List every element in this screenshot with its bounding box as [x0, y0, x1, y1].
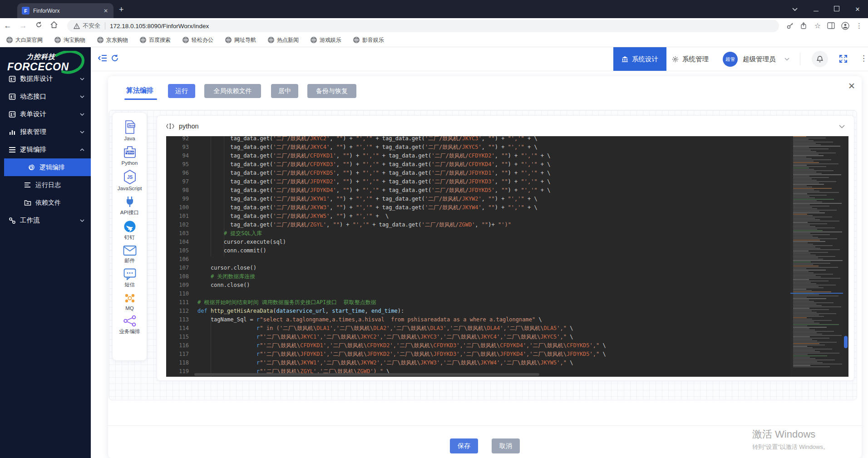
line-number: 101: [166, 212, 197, 221]
bookmark-item[interactable]: 大白菜官网: [6, 36, 43, 44]
modal-close-icon[interactable]: ✕: [848, 81, 855, 91]
code-line: 113 tagName_Sql = r"select a.taglongname…: [166, 315, 790, 324]
sidebar-item-表单设计[interactable]: 表单设计: [0, 105, 91, 123]
bookmark-item[interactable]: 轻松办公: [182, 36, 213, 44]
action-button-全局依赖文件[interactable]: 全局依赖文件: [204, 84, 261, 98]
bookmark-item[interactable]: 影音娱乐: [353, 36, 384, 44]
new-tab-button[interactable]: +: [119, 5, 124, 14]
palette-item-MQ[interactable]: MQ: [113, 292, 147, 311]
app-body: 力控科技 FORCECON 数据库设计动态接口表单设计报表管理逻辑编排逻辑编排运…: [0, 47, 868, 458]
bookmark-item[interactable]: 京东购物: [97, 36, 128, 44]
sidebar-item-动态接口[interactable]: 动态接口: [0, 88, 91, 105]
sidebar-subitem-逻辑编排[interactable]: 逻辑编排: [4, 158, 91, 176]
line-number: 113: [166, 315, 197, 324]
maximize-button[interactable]: [826, 6, 847, 13]
nav-system-design[interactable]: 系统设计: [613, 47, 666, 71]
palette-item-钉钉[interactable]: 钉钉: [113, 220, 147, 241]
palette-item-短信[interactable]: 短信: [113, 268, 147, 288]
tab-search-icon[interactable]: [784, 6, 805, 13]
user-chevron-down-icon[interactable]: [784, 57, 789, 62]
sidebar-subitem-运行日志[interactable]: 运行日志: [0, 176, 91, 194]
close-button[interactable]: ✕: [847, 6, 868, 13]
palette-item-JavaScript[interactable]: JSJavaScript: [113, 170, 147, 191]
h-scrollbar-thumb[interactable]: [194, 373, 539, 376]
address-field[interactable]: 不安全 172.18.0.105:8090/FinforWorx/index: [67, 20, 779, 32]
palette-item-邮件[interactable]: 邮件: [113, 245, 147, 264]
reload-icon[interactable]: [31, 21, 46, 30]
collapse-sidebar-icon[interactable]: [98, 54, 107, 64]
tab-close-icon[interactable]: ✕: [103, 8, 109, 14]
palette-item-业务编排[interactable]: 业务编排: [113, 315, 147, 335]
editor-scrollbar[interactable]: [843, 136, 848, 377]
security-warning[interactable]: 不安全: [74, 22, 100, 30]
browser-tab[interactable]: F FinforWorx ✕: [17, 3, 113, 18]
code-line: 118 r"'二厂\鼓风机\JKYW1','二厂\鼓风机\JKYW2','二厂\…: [166, 359, 790, 367]
globe-icon: [268, 37, 274, 43]
tab-algorithm-orchestration[interactable]: 算法编排: [126, 86, 153, 95]
password-key-icon[interactable]: [786, 22, 794, 30]
notifications-bell-icon[interactable]: [812, 51, 828, 67]
line-number: 106: [166, 255, 197, 264]
line-number: 93: [166, 143, 197, 152]
code-line: 102 tag_data.get('二厂/鼓风机/ZGYL', "") + "'…: [166, 221, 790, 229]
home-icon[interactable]: [46, 21, 62, 30]
sidebar-item-逻辑编排[interactable]: 逻辑编排: [0, 141, 91, 158]
forward-icon[interactable]: →: [15, 21, 31, 30]
line-number: 118: [166, 359, 197, 367]
sidebar-item-数据库设计[interactable]: 数据库设计: [0, 70, 91, 88]
code-line: 105 conn.commit(): [166, 246, 790, 255]
folder-icon: [24, 199, 31, 207]
sidebar-item-报表管理[interactable]: 报表管理: [0, 123, 91, 141]
back-icon[interactable]: ←: [0, 21, 15, 30]
action-button-备份与恢复[interactable]: 备份与恢复: [307, 84, 356, 98]
line-number: 108: [166, 272, 197, 281]
bookmark-item[interactable]: 百度搜索: [140, 36, 171, 44]
lines-icon: [8, 146, 16, 153]
line-number: 114: [166, 324, 197, 333]
user-badge[interactable]: 超管: [723, 52, 738, 67]
bookmark-star-icon[interactable]: ☆: [814, 21, 821, 30]
cancel-button[interactable]: 取消: [492, 438, 520, 453]
palette-item-label: JavaScript: [118, 186, 142, 191]
sidebar-subitem-依赖文件[interactable]: 依赖文件: [0, 194, 91, 212]
user-name[interactable]: 超级管理员: [743, 55, 776, 64]
bookmark-label: 百度搜索: [149, 36, 171, 44]
address-bar-actions: ☆ ⋮: [786, 18, 868, 33]
minimize-button[interactable]: [805, 6, 826, 13]
palette-item-API接口[interactable]: API接口: [113, 195, 147, 216]
bookmark-item[interactable]: 热点新闻: [268, 36, 299, 44]
code-line: 96 tag_data.get('二厂/鼓风机/CFDYKD5', "") + …: [166, 169, 790, 177]
sidebar-item-工作流[interactable]: 工作流: [0, 212, 91, 229]
code-editor[interactable]: 92 tag_data.get('二厂/鼓风机/JKYC2', "") + "'…: [166, 136, 848, 377]
line-number: 112: [166, 307, 197, 315]
line-number: 94: [166, 152, 197, 160]
globe-icon: [6, 37, 13, 43]
card-icon: [8, 93, 16, 100]
side-panel-icon[interactable]: [827, 22, 835, 29]
minimap[interactable]: [790, 136, 843, 377]
js-icon: JS: [123, 170, 137, 184]
action-button-居中[interactable]: 居中: [271, 84, 298, 98]
bookmark-item[interactable]: 游戏娱乐: [311, 36, 341, 44]
code-line: 101 tag_data.get('二厂/鼓风机/JKYW5', "") + "…: [166, 212, 790, 221]
refresh-page-icon[interactable]: [111, 54, 119, 64]
bookmark-item[interactable]: 网址导航: [225, 36, 256, 44]
profile-avatar-icon[interactable]: [841, 22, 849, 30]
header-more-icon[interactable]: ⋮: [860, 54, 868, 63]
nav-system-manage[interactable]: 系统管理: [664, 47, 717, 71]
code-line: 107 cursor.close(): [166, 264, 790, 272]
address-bar-row: ← → 不安全 172.18.0.105:8090/FinforWorx/ind…: [0, 18, 868, 33]
bookmark-item[interactable]: 淘宝购物: [54, 36, 85, 44]
bookmark-label: 热点新闻: [277, 36, 299, 44]
save-button[interactable]: 保存: [450, 438, 478, 453]
share-icon[interactable]: [800, 22, 808, 30]
logic-editor-modal: 算法编排 运行全局依赖文件居中备份与恢复 ✕ JavaJavaPythonPyt…: [108, 76, 862, 458]
palette-item-Python[interactable]: PythonPython: [113, 145, 147, 166]
action-button-运行[interactable]: 运行: [168, 84, 195, 98]
panel-collapse-icon[interactable]: [839, 122, 845, 130]
code-line: 104 cursor.execute(sql): [166, 238, 790, 246]
fullscreen-icon[interactable]: [839, 54, 848, 65]
browser-menu-icon[interactable]: ⋮: [856, 22, 863, 30]
scrollbar-thumb[interactable]: [844, 336, 848, 348]
palette-item-Java[interactable]: JavaJava: [113, 120, 147, 141]
